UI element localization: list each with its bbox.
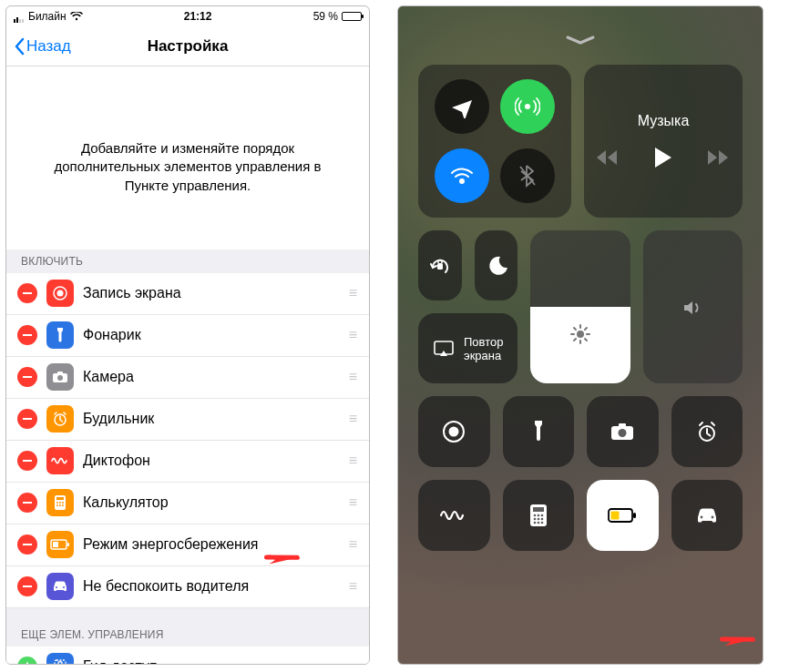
music-panel[interactable]: Музыка	[584, 65, 743, 218]
next-track-button[interactable]	[706, 149, 730, 166]
svg-rect-38	[619, 423, 626, 427]
row-guided-access[interactable]: Гид-доступ	[6, 647, 369, 664]
play-button[interactable]	[653, 146, 673, 169]
svg-point-50	[537, 522, 539, 524]
row-label: Фонарик	[83, 327, 340, 343]
remove-button[interactable]	[17, 535, 37, 555]
brightness-icon	[569, 323, 591, 345]
brightness-slider[interactable]	[530, 230, 630, 383]
section-include-header: ВКЛЮЧИТЬ	[6, 249, 369, 273]
row-flashlight[interactable]: Фонарик ≡	[6, 315, 369, 357]
row-screen-recording[interactable]: Запись экрана ≡	[6, 273, 369, 315]
voice-memos-button[interactable]	[418, 480, 490, 551]
cellular-toggle[interactable]	[500, 79, 555, 134]
row-low-power[interactable]: Режим энергосбережения ≡	[6, 524, 369, 566]
svg-rect-54	[611, 512, 620, 520]
add-button[interactable]	[17, 657, 37, 664]
svg-point-39	[619, 429, 627, 437]
calculator-button[interactable]	[503, 480, 575, 551]
svg-point-9	[59, 502, 61, 504]
bluetooth-toggle[interactable]	[500, 148, 555, 203]
reorder-grip[interactable]: ≡	[349, 369, 358, 385]
svg-point-56	[711, 516, 713, 519]
row-camera[interactable]: Камера ≡	[6, 357, 369, 399]
airplane-toggle[interactable]	[435, 79, 489, 134]
svg-point-22	[460, 179, 464, 183]
svg-line-23	[520, 167, 535, 185]
svg-rect-15	[67, 543, 69, 546]
chevron-left-icon	[14, 37, 25, 56]
svg-point-55	[700, 516, 702, 519]
svg-line-31	[574, 328, 576, 330]
reorder-grip[interactable]: ≡	[349, 578, 358, 595]
status-bar: Билайн 21:12 59 %	[6, 6, 369, 26]
svg-line-33	[574, 339, 576, 341]
screen-mirroring-icon	[433, 340, 455, 358]
svg-point-4	[57, 375, 63, 381]
row-voice-memos[interactable]: Диктофон ≡	[6, 441, 369, 483]
svg-point-44	[537, 514, 539, 517]
camera-button[interactable]	[587, 396, 659, 467]
orientation-lock-button[interactable]	[418, 230, 462, 300]
remove-button[interactable]	[17, 493, 37, 513]
remove-button[interactable]	[17, 409, 37, 429]
music-title: Музыка	[638, 113, 690, 129]
svg-point-43	[533, 514, 536, 517]
volume-slider[interactable]	[643, 230, 743, 383]
row-label: Режим энергосбережения	[83, 536, 340, 553]
grabber-icon[interactable]	[564, 34, 597, 46]
dnd-driving-button[interactable]	[671, 480, 743, 551]
reorder-grip[interactable]: ≡	[349, 536, 358, 553]
svg-rect-7	[56, 497, 64, 500]
alarm-button[interactable]	[671, 396, 743, 467]
svg-point-13	[62, 504, 64, 506]
reorder-grip[interactable]: ≡	[349, 285, 358, 301]
prev-track-button[interactable]	[597, 149, 620, 166]
screen-recording-button[interactable]	[418, 396, 490, 467]
row-label: Будильник	[83, 411, 340, 427]
svg-point-36	[449, 427, 459, 437]
back-button[interactable]: Назад	[14, 37, 71, 56]
signal-icon	[14, 10, 25, 23]
svg-line-34	[585, 328, 587, 330]
settings-scroll[interactable]: Добавляйте и изменяйте порядок дополните…	[6, 66, 369, 664]
row-alarm[interactable]: Будильник ≡	[6, 399, 369, 441]
reorder-grip[interactable]: ≡	[349, 453, 358, 469]
connectivity-panel[interactable]	[418, 65, 571, 218]
svg-rect-3	[57, 372, 63, 374]
screen-recording-icon	[46, 280, 74, 307]
svg-rect-53	[633, 513, 636, 518]
remove-button[interactable]	[17, 283, 37, 303]
reorder-grip[interactable]: ≡	[349, 411, 358, 427]
svg-point-26	[577, 331, 584, 338]
car-icon	[46, 573, 74, 600]
do-not-disturb-button[interactable]	[475, 230, 518, 300]
back-label: Назад	[26, 37, 71, 56]
reorder-grip[interactable]: ≡	[349, 494, 358, 511]
remove-button[interactable]	[17, 576, 37, 596]
row-dnd-driving[interactable]: Не беспокоить водителя ≡	[6, 566, 369, 608]
battery-icon	[342, 12, 362, 21]
svg-point-47	[537, 518, 539, 521]
screen-mirroring-button[interactable]: Повтор экрана	[418, 313, 517, 383]
remove-button[interactable]	[17, 367, 37, 387]
flashlight-button[interactable]	[503, 396, 575, 467]
svg-point-1	[57, 290, 64, 297]
reorder-grip[interactable]: ≡	[349, 327, 358, 343]
remove-button[interactable]	[17, 451, 37, 471]
svg-rect-24	[437, 263, 443, 270]
wifi-toggle[interactable]	[435, 148, 489, 203]
intro-text: Добавляйте и изменяйте порядок дополните…	[6, 66, 369, 249]
wifi-icon	[70, 12, 83, 21]
row-calculator[interactable]: Калькулятор ≡	[6, 483, 369, 524]
voice-memos-icon	[46, 447, 74, 474]
page-title: Настройка	[148, 37, 229, 56]
row-label: Диктофон	[83, 453, 340, 469]
row-label: Запись экрана	[83, 285, 340, 301]
svg-line-32	[585, 339, 587, 341]
svg-rect-16	[53, 542, 58, 547]
remove-button[interactable]	[17, 325, 37, 345]
control-center-screen: Музыка	[397, 5, 763, 665]
svg-point-51	[540, 522, 543, 524]
low-power-button[interactable]	[587, 480, 659, 551]
